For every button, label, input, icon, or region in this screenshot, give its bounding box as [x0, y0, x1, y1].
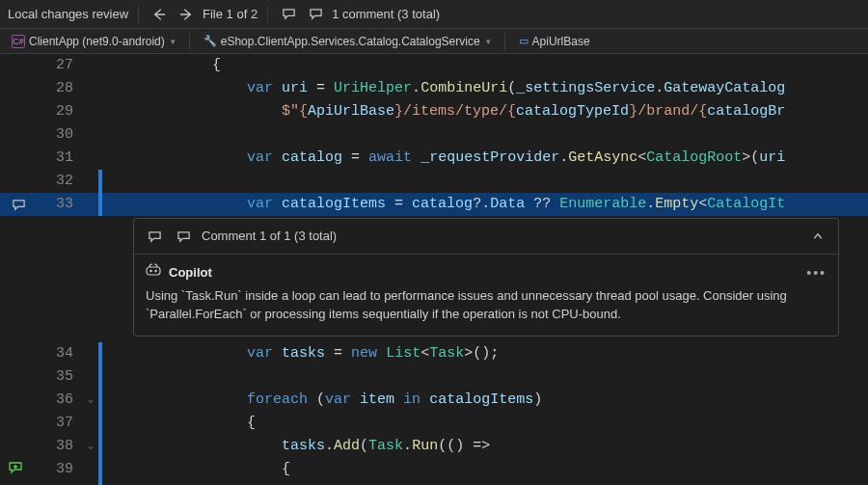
svg-point-1: [149, 270, 152, 273]
change-indicator: [98, 481, 102, 485]
crumb-type-label: eShop.ClientApp.Services.Catalog.Catalog…: [221, 35, 480, 48]
code-line: var tasks = new List<Task>();: [104, 342, 499, 365]
line-number: 40: [37, 481, 83, 485]
breadcrumb-bar: C# ClientApp (net9.0-android) ▾ 🔧 eShop.…: [0, 29, 868, 54]
change-indicator: [98, 389, 102, 412]
collapse-popup-button[interactable]: [807, 226, 828, 247]
next-comment-button[interactable]: [305, 4, 326, 25]
code-line: foreach (var item in catalogItems): [104, 389, 542, 412]
line-number: 29: [37, 100, 83, 123]
add-comment-button[interactable]: [4, 456, 27, 479]
prev-comment-button[interactable]: [278, 4, 299, 25]
fold-toggle[interactable]: ⌄: [83, 435, 98, 458]
change-indicator: [98, 170, 102, 193]
comment-popup-header: Comment 1 of 1 (3 total): [134, 219, 838, 255]
arrow-right-icon: [179, 8, 193, 21]
code-line: [104, 123, 108, 147]
code-line: {: [104, 54, 221, 77]
fold-toggle[interactable]: ⌄: [83, 389, 98, 412]
prev-thread-button[interactable]: [144, 226, 165, 247]
line-number: 39: [37, 458, 83, 481]
crumb-project[interactable]: C# ClientApp (net9.0-android) ▾: [6, 33, 181, 50]
class-icon: 🔧: [203, 35, 217, 47]
code-line: tasks.Add(Task.Run(() =>: [104, 435, 490, 458]
separator: [189, 33, 190, 50]
line-number: 37: [37, 412, 83, 435]
review-title: Local changes review: [8, 7, 128, 21]
change-indicator: [98, 435, 102, 458]
code-line: [104, 170, 108, 193]
chevron-down-icon: ▾: [486, 37, 491, 46]
crumb-member-label: ApiUrlBase: [532, 35, 590, 48]
comment-author: Copilot: [169, 264, 212, 283]
next-thread-button[interactable]: [173, 226, 194, 247]
change-indicator: [98, 342, 102, 365]
field-icon: ▭: [519, 35, 529, 47]
code-editor[interactable]: 27 { 28 var uri = UriHelper.CombineUri(_…: [0, 54, 868, 485]
crumb-project-label: ClientApp (net9.0-android): [29, 35, 165, 48]
separator: [504, 33, 505, 50]
csharp-icon: C#: [12, 35, 25, 48]
svg-rect-0: [147, 267, 160, 275]
line-number: 27: [37, 54, 83, 77]
line-number: 31: [37, 147, 83, 170]
chevron-down-icon: ▾: [171, 37, 176, 46]
code-line: {: [104, 412, 256, 435]
arrow-left-icon: [152, 8, 166, 21]
comment-more-button[interactable]: •••: [806, 263, 827, 283]
change-indicator: [98, 458, 102, 481]
change-indicator: [98, 193, 102, 216]
code-line: $"{ApiUrlBase}/items/type/{catalogTypeId…: [104, 100, 785, 123]
line-number: 28: [37, 77, 83, 100]
line-number: 34: [37, 342, 83, 365]
line-number: 30: [37, 123, 83, 147]
code-line: {: [104, 458, 290, 481]
svg-point-2: [154, 270, 157, 273]
line-number: 32: [37, 170, 83, 193]
comment-popup: Comment 1 of 1 (3 total) Copilot ••• Usi…: [133, 218, 839, 337]
code-line: [104, 365, 108, 389]
comment-gutter-icon[interactable]: [12, 198, 26, 212]
comment-summary: 1 comment (3 total): [332, 7, 440, 21]
prev-file-button[interactable]: [149, 4, 170, 25]
line-number: 33: [37, 193, 83, 216]
comment-body: Using `Task.Run` inside a loop can lead …: [146, 287, 827, 324]
copilot-icon: [146, 262, 161, 283]
change-indicator: [98, 412, 102, 435]
review-toolbar: Local changes review File 1 of 2 1 comme…: [0, 0, 868, 29]
comment-counter: Comment 1 of 1 (3 total): [202, 225, 337, 248]
file-counter: File 1 of 2: [203, 7, 258, 21]
code-line: var catalog = await _requestProvider.Get…: [104, 147, 785, 170]
change-indicator: [98, 365, 102, 389]
chevron-up-icon: [812, 230, 824, 242]
code-line: var uri = UriHelper.CombineUri(_settings…: [104, 77, 785, 100]
code-line: item.Description += " Updated";: [104, 481, 585, 485]
add-comment-icon: [8, 460, 23, 475]
line-number: 35: [37, 365, 83, 389]
line-number: 38: [37, 435, 83, 458]
separator: [267, 6, 268, 23]
crumb-member[interactable]: ▭ ApiUrlBase: [513, 33, 596, 50]
crumb-type[interactable]: 🔧 eShop.ClientApp.Services.Catalog.Catal…: [198, 33, 497, 50]
separator: [138, 6, 139, 23]
next-file-button[interactable]: [176, 4, 197, 25]
code-line: var catalogItems = catalog?.Data ?? Enum…: [104, 193, 785, 216]
line-number: 36: [37, 389, 83, 412]
